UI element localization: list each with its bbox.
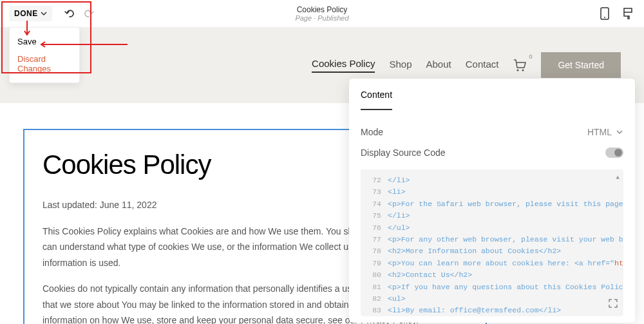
svg-point-4 — [517, 70, 519, 71]
cart-icon — [513, 59, 527, 71]
mode-select[interactable]: HTML — [587, 127, 623, 137]
page-subtitle: Page · Published — [295, 14, 348, 22]
tab-content[interactable]: Content — [361, 90, 392, 110]
page-title-block: Cookies Policy Page · Published — [295, 5, 348, 22]
mobile-icon — [600, 7, 610, 20]
page-title: Cookies Policy — [295, 5, 348, 14]
content-panel: Content Mode HTML Display Source Code ▲ … — [349, 79, 635, 323]
code-line[interactable]: 80<h2>Contact Us</h2> — [366, 269, 623, 281]
source-row: Display Source Code — [361, 142, 623, 163]
paint-icon — [621, 7, 634, 20]
code-line[interactable]: 73<li> — [366, 186, 623, 198]
svg-point-1 — [604, 17, 605, 18]
code-line[interactable]: 83<li>By email: office@termsfeed.com</li… — [366, 305, 623, 316]
expand-icon — [608, 298, 618, 309]
editor-topbar: DONE Cookies Policy Page · Published — [0, 0, 644, 27]
code-line[interactable]: 77<p>For any other web browser, please v… — [366, 234, 623, 245]
code-editor[interactable]: ▲ 72</li>73<li>74<p>For the Safari web b… — [361, 169, 623, 316]
nav-shop[interactable]: Shop — [389, 59, 412, 72]
scroll-up-icon[interactable]: ▲ — [616, 173, 620, 182]
mobile-preview-button[interactable] — [598, 6, 612, 21]
chevron-down-icon — [616, 128, 623, 136]
discard-changes-button[interactable]: Discard Changes — [10, 50, 79, 77]
code-line[interactable]: 81<p>If you have any questions about thi… — [366, 281, 623, 293]
code-line[interactable]: 72</li> — [366, 175, 623, 186]
get-started-button[interactable]: Get Started — [541, 52, 621, 78]
redo-button — [80, 5, 97, 22]
done-dropdown: Save Discard Changes — [9, 27, 80, 83]
cart-button[interactable]: 0 — [513, 59, 527, 71]
undo-icon — [64, 8, 75, 19]
nav-contact[interactable]: Contact — [466, 59, 499, 72]
code-line[interactable]: 74<p>For the Safari web browser, please … — [366, 198, 623, 210]
save-button[interactable]: Save — [10, 33, 79, 50]
code-line[interactable]: 75</li> — [366, 210, 623, 222]
svg-point-5 — [522, 70, 524, 71]
mode-label: Mode — [361, 127, 383, 137]
source-label: Display Source Code — [361, 148, 446, 158]
chevron-down-icon — [41, 10, 47, 17]
undo-button[interactable] — [61, 5, 78, 22]
mode-row: Mode HTML — [361, 122, 623, 142]
undo-redo-group — [61, 5, 97, 22]
site-nav: Cookies Policy Shop About Contact 0 Get … — [312, 52, 621, 78]
topbar-actions — [598, 6, 635, 21]
code-line[interactable]: 79<p>You can learn more about cookies he… — [366, 258, 623, 269]
nav-cookies-policy[interactable]: Cookies Policy — [312, 58, 375, 73]
code-line[interactable]: 76</ul> — [366, 222, 623, 234]
cart-badge: 0 — [529, 53, 532, 60]
code-line[interactable]: 78<h2>More Information about Cookies</h2… — [366, 245, 623, 257]
nav-about[interactable]: About — [426, 59, 451, 72]
expand-button[interactable] — [608, 298, 618, 312]
done-button[interactable]: DONE — [9, 6, 52, 21]
design-button[interactable] — [621, 6, 635, 21]
code-line[interactable]: 82<ul> — [366, 293, 623, 305]
source-toggle[interactable] — [605, 148, 623, 158]
redo-icon — [83, 8, 95, 19]
